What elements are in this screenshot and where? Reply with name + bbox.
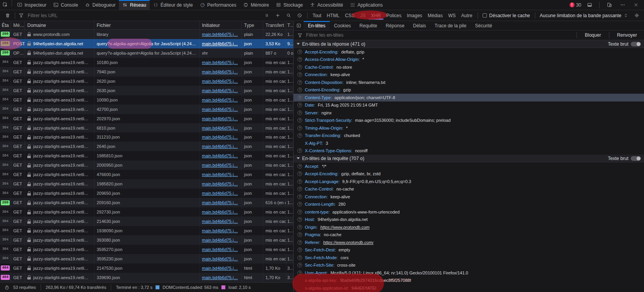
table-row[interactable]: 304 GET jazzy-starlight-aeea19.netli… 10… (0, 58, 293, 67)
help-icon[interactable]: ? (297, 194, 302, 199)
error-badge[interactable]: ! 30 (570, 2, 581, 8)
disable-cache-checkbox[interactable] (483, 13, 487, 18)
header-row[interactable]: ? Accept-Encoding: gzip, deflate, br, zs… (294, 170, 644, 178)
help-icon[interactable]: ? (297, 110, 302, 115)
help-icon[interactable]: ? (297, 247, 302, 252)
help-icon[interactable]: ? (297, 240, 302, 245)
responsive-design-icon[interactable] (604, 2, 614, 7)
initiator-link[interactable]: main.bd4b6d75.j… (202, 200, 238, 205)
help-icon[interactable]: ? (297, 202, 302, 207)
header-row[interactable]: ? x-algolia-api-key: 9ba0e69fb2974316cda… (294, 277, 644, 285)
initiator-link[interactable]: main.bd4b6d75.j… (202, 266, 238, 271)
table-row[interactable]: 304 GET jazzy-starlight-aeea19.netli… 20… (0, 114, 293, 123)
help-icon[interactable]: ? (297, 57, 302, 62)
help-icon[interactable]: ? (297, 126, 302, 130)
column-header-1[interactable]: Mé… (11, 21, 25, 29)
header-row[interactable]: ? content-type: application/x-www-form-u… (294, 208, 644, 216)
header-row[interactable]: ? Connection: keep-alive (294, 71, 644, 79)
table-row[interactable]: 304 GET jazzy-starlight-aeea19.netli… 29… (0, 207, 293, 217)
column-header-5[interactable]: Type (242, 21, 263, 29)
initiator-link[interactable]: main.bd4b6d75.j… (202, 210, 238, 214)
header-row[interactable]: ? Date: Fri, 15 Aug 2025 21:05:14 GMT (294, 101, 644, 109)
tool-tab-console[interactable]: Console (50, 0, 81, 10)
table-row[interactable]: 304 GET jazzy-starlight-aeea19.netli… 31… (0, 132, 293, 142)
table-row[interactable]: 304 GET jazzy-starlight-aeea19.netli… 10… (0, 95, 293, 105)
detail-tab-s-curit-[interactable]: Sécurité (471, 21, 496, 30)
disable-cache-group[interactable]: Désactiver le cache (480, 13, 533, 18)
help-icon[interactable]: ? (297, 133, 302, 138)
sidebar-toggle-icon[interactable] (294, 21, 304, 30)
table-row[interactable]: 304 GET jazzy-starlight-aeea19.netli… 26… (0, 77, 293, 86)
initiator-link[interactable]: main.bd4b6d75.j… (202, 107, 238, 112)
initiator-link[interactable]: main.bd4b6d75.j… (202, 98, 238, 102)
type-filter-xhr[interactable]: XHR (368, 12, 384, 20)
help-icon[interactable]: ? (297, 103, 302, 107)
table-row[interactable]: 200 GET www.protondb.com library main.bd… (0, 30, 293, 39)
header-row[interactable]: ? Content-Encoding: gzip (294, 86, 644, 94)
table-row[interactable]: 200 OP… 94he6yatei-dsn.algolia.net query… (0, 48, 293, 58)
type-filter-polices[interactable]: Polices (384, 12, 404, 20)
header-row[interactable]: ? X-Alg-PT: 3 (294, 139, 644, 147)
table-row[interactable]: 304 GET jazzy-starlight-aeea19.netli… 47… (0, 170, 293, 179)
header-row[interactable]: ? Content-Type: application/json; charse… (294, 94, 644, 101)
header-row[interactable]: ? User-Agent: Mozilla/5.0 (X11; Linux x8… (294, 269, 644, 277)
tool-tab-applications[interactable]: Applications (347, 0, 386, 10)
type-filter-autre[interactable]: Autre (458, 12, 475, 20)
type-filter-images[interactable]: Images (404, 12, 425, 20)
initiator-link[interactable]: main.bd4b6d75.j… (202, 191, 238, 196)
help-icon[interactable]: ? (297, 217, 302, 222)
header-row[interactable]: ? X-Content-Type-Options: nosniff (294, 147, 644, 155)
tool-tab-performances[interactable]: Performances (196, 0, 240, 10)
header-row[interactable]: ? Accept-Encoding: deflate, gzip (294, 48, 644, 56)
tool-tab-stockage[interactable]: Stockage (272, 0, 306, 10)
initiator-link[interactable]: main.bd4b6d75.j… (202, 116, 238, 121)
type-filter-tout[interactable]: Tout (310, 12, 324, 20)
tool-tab-memoire[interactable]: Mémoire (240, 0, 272, 10)
pick-element-icon[interactable] (0, 0, 10, 10)
initiator-link[interactable]: main.bd4b6d75.j… (202, 228, 238, 233)
new-request-icon[interactable] (273, 13, 283, 18)
block-icon[interactable] (295, 13, 305, 18)
table-row[interactable]: 304 GET jazzy-starlight-aeea19.netli… 68… (0, 123, 293, 133)
clear-requests-icon[interactable] (2, 13, 12, 18)
header-value[interactable]: https://www.protondb.com/ (323, 240, 374, 245)
table-row[interactable]: 304 GET jazzy-starlight-aeea19.netli… 35… (0, 245, 293, 254)
initiator-link[interactable]: main.bd4b6d75.j… (202, 247, 238, 252)
column-header-7[interactable]: T… (286, 21, 293, 29)
header-row[interactable]: ? Origin: https://www.protondb.com (294, 223, 644, 231)
response-headers-section-header[interactable]: En-têtes de la réponse (471 o) Texte bru… (294, 40, 644, 48)
url-filter-input[interactable] (27, 12, 261, 19)
help-icon[interactable]: ? (297, 87, 302, 92)
help-icon[interactable]: ? (297, 50, 302, 54)
column-header-0[interactable]: Éta (0, 21, 11, 29)
type-filter-html[interactable]: HTML (324, 12, 342, 20)
url-filter-box[interactable] (18, 12, 261, 19)
header-row[interactable]: ? Content-Length: 280 (294, 201, 644, 208)
header-row[interactable]: ? Connection: keep-alive (294, 193, 644, 201)
header-row[interactable]: ? Strict-Transport-Security: max-age=315… (294, 117, 644, 125)
detail-tab-en-t-tes[interactable]: En-têtes (304, 21, 330, 30)
help-icon[interactable]: ? (297, 80, 302, 85)
table-row[interactable]: 304 GET jazzy-starlight-aeea19.netli… 26… (0, 142, 293, 151)
resend-button[interactable]: Renvoyer (613, 32, 641, 38)
header-value[interactable]: https://www.protondb.com (320, 225, 370, 230)
type-filter-médias[interactable]: Médias (425, 12, 446, 20)
table-row[interactable]: 304 GET jazzy-starlight-aeea19.netli… 19… (0, 151, 293, 160)
tool-tab-reseau[interactable]: Réseau (119, 0, 149, 10)
table-row[interactable]: 304 GET jazzy-starlight-aeea19.netli… 21… (0, 217, 293, 226)
help-icon[interactable]: ? (297, 171, 302, 176)
throttling-select[interactable]: Aucune limitation de la bande passante (538, 13, 631, 18)
detail-tab-d-lais[interactable]: Délais (409, 21, 430, 30)
stopwatch-icon[interactable] (3, 285, 10, 290)
table-row[interactable]: 304 GET jazzy-starlight-aeea19.netli… 39… (0, 235, 293, 245)
initiator-link[interactable]: main.bd4b6d75.j… (202, 172, 238, 177)
table-row[interactable]: 304 GET jazzy-starlight-aeea19.netli… 19… (0, 226, 293, 235)
initiator-link[interactable]: main.bd4b6d75.j… (202, 79, 238, 84)
help-icon[interactable]: ? (297, 187, 302, 191)
raw-toggle[interactable] (631, 42, 641, 46)
pause-icon[interactable] (262, 13, 272, 18)
header-row[interactable]: ? Content-Disposition: inline; filename=… (294, 78, 644, 86)
table-row[interactable]: 304 GET jazzy-starlight-aeea19.netli… 20… (0, 189, 293, 198)
tool-tab-debogueur[interactable]: Débogueur (81, 0, 119, 10)
header-row[interactable]: ? Host: 94he6yatei-dsn.algolia.net (294, 216, 644, 224)
